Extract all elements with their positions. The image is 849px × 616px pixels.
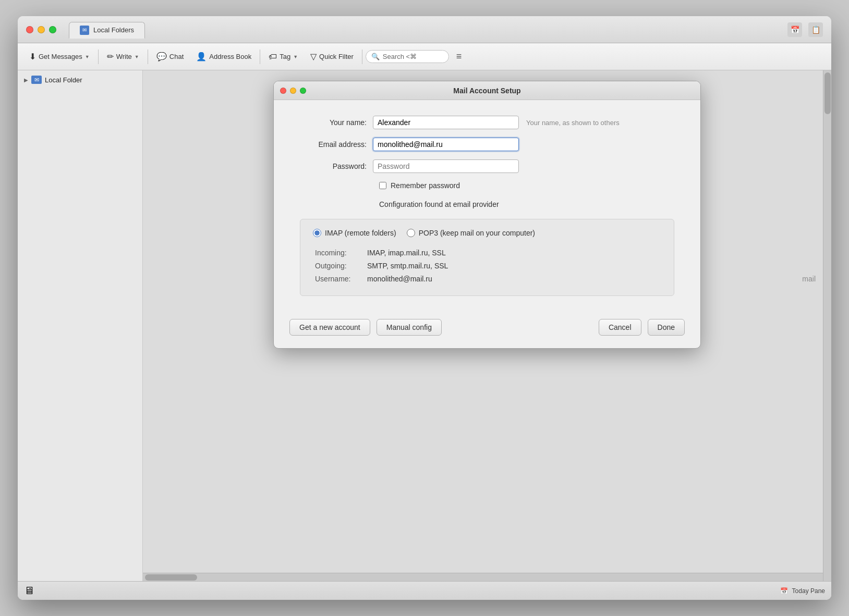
search-icon: 🔍 [371, 53, 380, 60]
separator-4 [362, 50, 362, 64]
modal-titlebar: Mail Account Setup [274, 81, 700, 100]
separator-3 [260, 50, 260, 64]
your-name-label: Your name: [300, 118, 373, 127]
separator-1 [98, 50, 99, 64]
write-arrow: ▼ [135, 54, 139, 59]
server-info: Incoming: IMAP, imap.mail.ru, SSL Outgoi… [315, 247, 661, 286]
quick-filter-button[interactable]: ▽ Quick Filter [305, 49, 359, 64]
username-label: Username: [315, 273, 367, 286]
get-messages-label: Get Messages [39, 53, 82, 60]
incoming-label: Incoming: [315, 247, 367, 260]
tab-mail-icon: ✉ [80, 26, 89, 35]
username-row: Username: monolithed@mail.ru [315, 273, 661, 286]
your-name-row: Your name: Your name, as shown to others [300, 116, 674, 129]
calendar-icon-btn[interactable]: 📅 [787, 22, 802, 37]
app-window: ✉ Local Folders 📅 📋 ⬇ Get Messages ▼ ✏ W… [18, 16, 831, 600]
your-name-hint: Your name, as shown to others [526, 119, 620, 127]
tab-title: Local Folders [93, 26, 134, 34]
your-name-input[interactable] [373, 116, 519, 129]
sidebar-item-local-folder[interactable]: ▶ ✉ Local Folder [18, 72, 142, 87]
modal-footer: Get a new account Manual config Cancel D… [274, 319, 700, 348]
modal-traffic-lights [280, 88, 306, 94]
password-row: Password: [300, 159, 674, 173]
sidebar-local-folder-label: Local Folder [45, 76, 82, 84]
cancel-button[interactable]: Cancel [599, 319, 641, 336]
status-monitor-icon: 🖥 [24, 585, 34, 597]
modal-minimize-button[interactable] [290, 88, 296, 94]
incoming-row: Incoming: IMAP, imap.mail.ru, SSL [315, 247, 661, 260]
protocol-box: IMAP (remote folders) POP3 (keep mail on… [300, 219, 674, 296]
pop3-radio[interactable] [407, 229, 415, 237]
address-book-icon: 👤 [196, 52, 207, 61]
modal-maximize-button[interactable] [300, 88, 306, 94]
email-label: Email address: [300, 140, 373, 149]
main-area: ▶ ✉ Local Folder mail [18, 70, 831, 581]
status-bar-right: 📅 Today Pane [780, 587, 825, 595]
status-bar: 🖥 📅 Today Pane [18, 581, 831, 600]
content-pane: mail Mail Account Setup [143, 70, 831, 581]
get-messages-button[interactable]: ⬇ Get Messages ▼ [24, 49, 95, 64]
get-messages-arrow: ▼ [85, 54, 90, 59]
address-book-label: Address Book [209, 53, 251, 60]
imap-label: IMAP (remote folders) [325, 229, 396, 237]
sidebar-arrow-icon: ▶ [24, 77, 28, 83]
active-tab[interactable]: ✉ Local Folders [69, 22, 145, 39]
mail-account-setup-dialog: Mail Account Setup Your name: Your name,… [273, 81, 701, 349]
minimize-button[interactable] [38, 26, 45, 33]
separator-2 [148, 50, 148, 64]
remember-password-label: Remember password [391, 181, 460, 190]
calendar-status-icon: 📅 [780, 587, 788, 595]
title-bar-right: 📅 📋 [787, 22, 823, 37]
chat-label: Chat [169, 53, 184, 60]
write-button[interactable]: ✏ Write ▼ [102, 49, 144, 64]
filter-icon: ▽ [310, 52, 317, 61]
today-pane-label: Today Pane [792, 587, 825, 595]
modal-close-button[interactable] [280, 88, 286, 94]
search-placeholder: Search <⌘ [383, 53, 417, 60]
email-input[interactable] [373, 138, 519, 151]
chat-button[interactable]: 💬 Chat [151, 49, 189, 64]
quick-filter-label: Quick Filter [319, 53, 354, 60]
remember-password-row: Remember password [379, 181, 674, 190]
search-box[interactable]: 🔍 Search <⌘ [366, 50, 449, 63]
modal-overlay: Mail Account Setup Your name: Your name,… [143, 70, 831, 581]
incoming-value: IMAP, imap.mail.ru, SSL [367, 247, 446, 260]
pop3-label: POP3 (keep mail on your computer) [419, 229, 535, 237]
write-label: Write [116, 53, 132, 60]
protocol-row: IMAP (remote folders) POP3 (keep mail on… [313, 229, 661, 237]
chat-icon: 💬 [156, 52, 167, 61]
toolbar: ⬇ Get Messages ▼ ✏ Write ▼ 💬 Chat 👤 Addr… [18, 43, 831, 70]
config-found-text: Configuration found at email provider [379, 200, 674, 208]
password-input[interactable] [373, 159, 519, 173]
download-icon: ⬇ [29, 52, 36, 61]
remember-password-checkbox[interactable] [379, 182, 386, 189]
tag-arrow: ▼ [293, 54, 298, 59]
tag-button[interactable]: 🏷 Tag ▼ [263, 50, 303, 64]
write-icon: ✏ [107, 52, 114, 61]
tag-label: Tag [280, 53, 290, 60]
maximize-button[interactable] [49, 26, 56, 33]
imap-radio[interactable] [313, 229, 321, 237]
hamburger-button[interactable]: ≡ [451, 48, 467, 65]
close-button[interactable] [26, 26, 33, 33]
email-address-row: Email address: [300, 138, 674, 151]
title-bar: ✉ Local Folders 📅 📋 [18, 16, 831, 43]
outgoing-label: Outgoing: [315, 260, 367, 273]
sidebar: ▶ ✉ Local Folder [18, 70, 143, 581]
traffic-lights [26, 26, 56, 33]
folder-icon: ✉ [31, 76, 42, 84]
password-label: Password: [300, 162, 373, 170]
outgoing-value: SMTP, smtp.mail.ru, SSL [367, 260, 448, 273]
done-button[interactable]: Done [648, 319, 685, 336]
tag-icon: 🏷 [269, 52, 277, 61]
address-book-button[interactable]: 👤 Address Book [191, 49, 257, 64]
manual-config-button[interactable]: Manual config [377, 319, 442, 336]
username-value: monolithed@mail.ru [367, 273, 432, 286]
note-icon-btn[interactable]: 📋 [808, 22, 823, 37]
outgoing-row: Outgoing: SMTP, smtp.mail.ru, SSL [315, 260, 661, 273]
modal-title: Mail Account Setup [453, 87, 520, 95]
get-new-account-button[interactable]: Get a new account [289, 319, 370, 336]
imap-radio-label[interactable]: IMAP (remote folders) [313, 229, 396, 237]
pop3-radio-label[interactable]: POP3 (keep mail on your computer) [407, 229, 535, 237]
modal-body: Your name: Your name, as shown to others… [274, 100, 700, 319]
